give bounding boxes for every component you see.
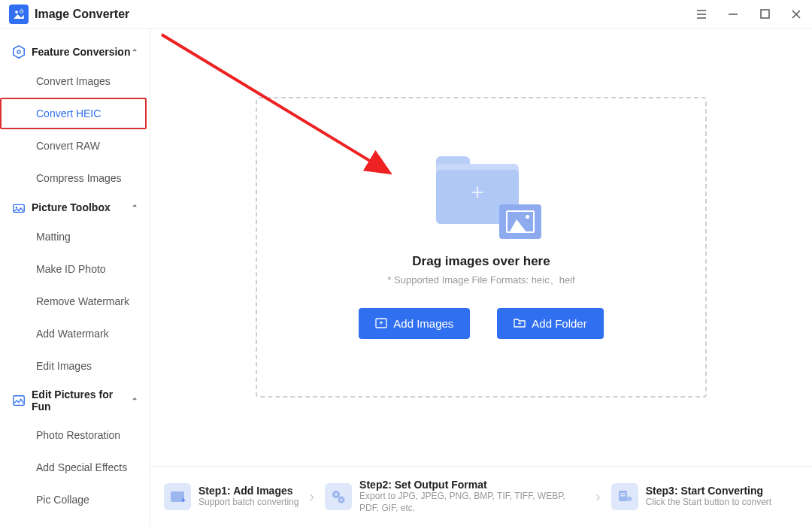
picture-icon (12, 394, 26, 407)
section-edit-pictures-fun[interactable]: Edit Pictures for Fun ⌃ (0, 382, 150, 419)
svg-text:+: + (380, 319, 383, 327)
section-picture-toolbox[interactable]: Picture Toolbox ⌃ (0, 195, 150, 220)
steps-footer: + Step1: Add Images Support batch conver… (150, 466, 812, 526)
step2-title: Step2: Set Output Format (359, 479, 585, 491)
plus-icon: + (471, 179, 484, 204)
sidebar-item-convert-images[interactable]: Convert Images (0, 65, 147, 97)
svg-point-17 (340, 498, 342, 500)
step2-icon (325, 483, 352, 510)
app-logo (9, 5, 29, 24)
step3-title: Step3: Start Converting (646, 485, 771, 497)
add-folder-icon: + (514, 317, 526, 329)
image-icon (499, 204, 541, 239)
close-icon[interactable] (789, 8, 803, 21)
section-label: Picture Toolbox (32, 201, 111, 213)
sidebar-item-make-id-photo[interactable]: Make ID Photo (0, 253, 147, 285)
sidebar-item-convert-heic[interactable]: Convert HEIC (0, 98, 147, 129)
add-folder-button[interactable]: + Add Folder (497, 308, 603, 339)
dropzone-title: Drag images over here (412, 254, 550, 269)
step-3: Step3: Start Converting Click the Start … (611, 483, 771, 510)
step1-icon: + (164, 483, 191, 510)
window-controls (695, 8, 803, 21)
svg-text:+: + (518, 320, 522, 327)
section-feature-conversion[interactable]: Feature Conversion ⌃ (0, 39, 150, 65)
step1-desc: Support batch converting (198, 497, 298, 509)
add-image-icon: + (375, 317, 387, 329)
svg-rect-19 (620, 493, 626, 494)
step-2: Step2: Set Output Format Export to JPG, … (325, 479, 585, 514)
step3-desc: Click the Start button to convert (646, 497, 771, 509)
svg-point-5 (16, 207, 17, 208)
dropzone-wrap: + Drag images over here * Supported Imag… (150, 29, 812, 466)
sidebar-item-add-watermark[interactable]: Add Watermark (0, 318, 147, 349)
svg-point-0 (15, 11, 18, 14)
svg-point-3 (17, 50, 20, 53)
section-label: Feature Conversion (32, 46, 130, 58)
step-1: + Step1: Add Images Support batch conver… (164, 483, 298, 510)
chevron-up-icon: ⌃ (132, 48, 138, 56)
titlebar: Image Converter (0, 0, 812, 29)
step2-desc: Export to JPG, JPEG, PNG, BMP, TIF, TIFF… (359, 491, 585, 514)
add-images-button[interactable]: + Add Images (359, 308, 470, 339)
main: + Drag images over here * Supported Imag… (150, 29, 812, 526)
svg-text:+: + (181, 496, 186, 504)
maximize-icon[interactable] (758, 8, 771, 21)
chevron-right-icon: › (304, 488, 319, 505)
dropzone-subtitle: * Supported Image File Formats: heic、hei… (387, 274, 574, 287)
step3-icon (611, 483, 638, 510)
sidebar-item-add-special-effects[interactable]: Add Special Effects (0, 452, 147, 483)
svg-point-16 (335, 493, 338, 496)
sidebar-item-edit-images[interactable]: Edit Images (0, 350, 147, 382)
toolbox-icon (12, 201, 26, 214)
dropzone-buttons: + Add Images + Add Folder (359, 308, 603, 339)
step1-title: Step1: Add Images (198, 485, 298, 497)
svg-rect-1 (761, 10, 769, 18)
chevron-up-icon: ⌃ (132, 397, 138, 405)
sidebar-item-compress-images[interactable]: Compress Images (0, 162, 147, 194)
sidebar-item-matting[interactable]: Matting (0, 221, 147, 252)
menu-icon[interactable] (695, 8, 708, 21)
sidebar-item-photo-restoration[interactable]: Photo Restoration (0, 419, 147, 451)
sidebar: Feature Conversion ⌃ Convert Images Conv… (0, 29, 150, 526)
svg-rect-6 (14, 396, 24, 406)
sidebar-item-remove-watermark[interactable]: Remove Watermark (0, 286, 147, 317)
hexagon-icon (12, 45, 26, 59)
svg-rect-20 (620, 495, 626, 497)
minimize-icon[interactable] (726, 8, 740, 21)
sidebar-item-pic-collage[interactable]: Pic Collage (0, 484, 147, 515)
chevron-up-icon: ⌃ (132, 204, 138, 212)
section-label: Edit Pictures for Fun (32, 388, 132, 413)
sidebar-item-convert-raw[interactable]: Convert RAW (0, 130, 147, 162)
dropzone-illustration: + (421, 156, 541, 239)
svg-marker-2 (14, 46, 24, 58)
app-title: Image Converter (35, 8, 129, 21)
dropzone[interactable]: + Drag images over here * Supported Imag… (256, 97, 707, 398)
chevron-right-icon: › (591, 488, 605, 505)
